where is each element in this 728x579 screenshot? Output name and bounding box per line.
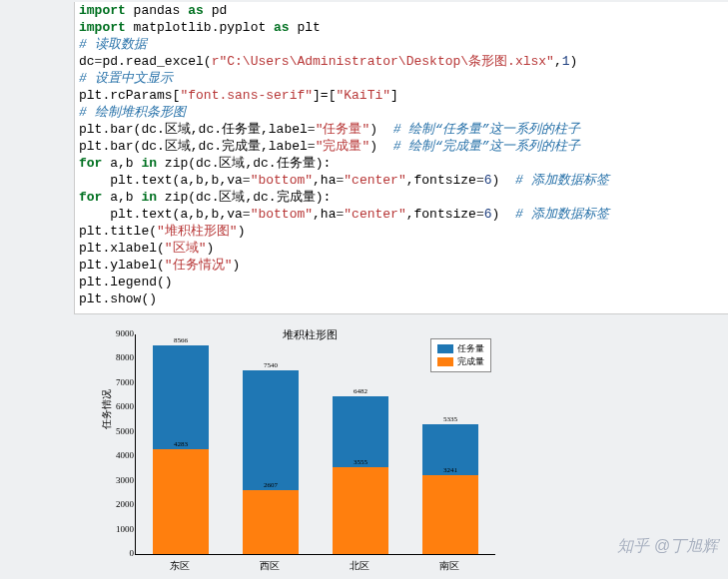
legend: 任务量 完成量 bbox=[430, 338, 491, 372]
bar-done bbox=[422, 475, 478, 554]
data-label-task: 8566 bbox=[153, 336, 209, 344]
bar-done bbox=[243, 490, 299, 554]
bar-西区 bbox=[243, 370, 299, 554]
y-tick: 0 bbox=[116, 548, 134, 558]
page: import pandas as pd import matplotlib.py… bbox=[0, 0, 728, 579]
legend-swatch-done bbox=[437, 357, 453, 366]
legend-swatch-task bbox=[437, 344, 453, 353]
y-tick: 5000 bbox=[116, 426, 134, 436]
data-label-done: 3555 bbox=[333, 458, 388, 466]
chart: 堆积柱形图 任务情况 任务量 完成量 856642837540260764823… bbox=[80, 319, 539, 577]
bar-done bbox=[153, 449, 209, 554]
watermark: 知乎 @丁旭辉 bbox=[617, 536, 718, 557]
bar-东区 bbox=[153, 345, 209, 554]
data-label-task: 6482 bbox=[333, 387, 388, 395]
bar-南区 bbox=[422, 424, 478, 554]
legend-label-task: 任务量 bbox=[457, 342, 484, 355]
x-tick: 西区 bbox=[240, 559, 300, 573]
y-tick: 3000 bbox=[116, 475, 134, 485]
code-text: import pandas as pd import matplotlib.py… bbox=[79, 2, 720, 307]
legend-label-done: 完成量 bbox=[457, 355, 484, 368]
y-tick: 6000 bbox=[116, 401, 134, 411]
code-block: import pandas as pd import matplotlib.py… bbox=[74, 2, 728, 314]
y-tick: 7000 bbox=[116, 377, 134, 387]
data-label-task: 7540 bbox=[243, 361, 299, 369]
y-tick: 8000 bbox=[116, 352, 134, 362]
y-tick: 4000 bbox=[116, 450, 134, 460]
y-axis-label: 任务情况 bbox=[100, 389, 114, 429]
y-tick: 2000 bbox=[116, 499, 134, 509]
bar-done bbox=[333, 467, 388, 554]
data-label-done: 4283 bbox=[153, 440, 209, 448]
x-tick: 南区 bbox=[419, 559, 479, 573]
x-tick: 东区 bbox=[150, 559, 210, 573]
bar-北区 bbox=[333, 396, 388, 554]
axes: 任务量 完成量 85664283754026076482355553353241 bbox=[135, 334, 495, 555]
data-label-done: 3241 bbox=[422, 466, 478, 474]
data-label-task: 5335 bbox=[422, 415, 478, 423]
y-tick: 1000 bbox=[116, 524, 134, 534]
data-label-done: 2607 bbox=[243, 481, 299, 489]
y-tick: 9000 bbox=[116, 328, 134, 338]
x-tick: 北区 bbox=[330, 559, 389, 573]
